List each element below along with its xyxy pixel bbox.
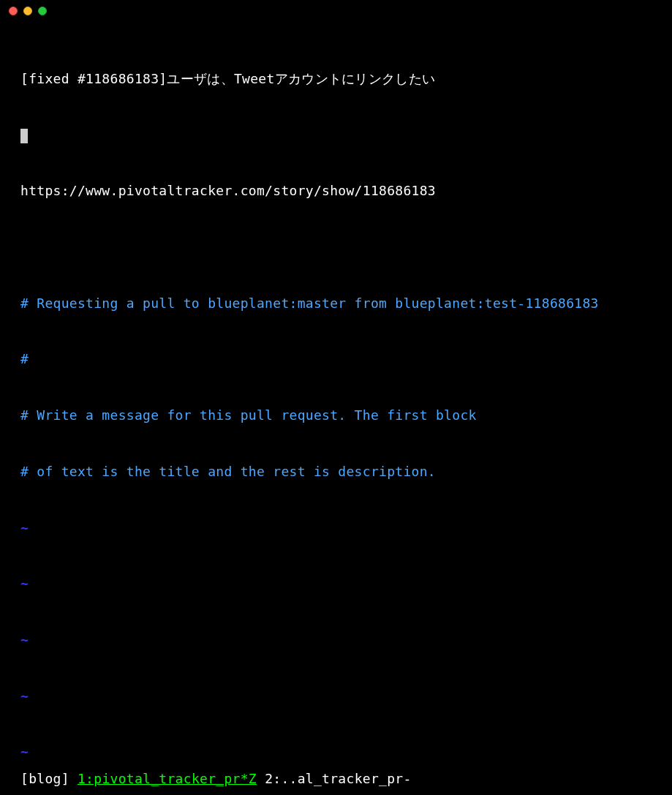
comment-line: # of text is the title and the rest is d…: [20, 462, 657, 481]
cursor-icon: [20, 129, 28, 143]
minimize-icon[interactable]: [23, 7, 32, 15]
terminal-window: [fixed #118686183]ユーザは、Tweetアカウントにリンクしたい…: [0, 0, 672, 795]
comment-line: # Write a message for this pull request.…: [20, 406, 657, 425]
close-icon[interactable]: [9, 7, 18, 15]
tab-inactive[interactable]: 2:..al_tracker_pr-: [265, 771, 411, 786]
blank-line: [20, 238, 657, 257]
comment-line: #: [20, 350, 657, 369]
maximize-icon[interactable]: [38, 7, 47, 15]
empty-line-tilde: ~: [20, 687, 657, 706]
tmux-status-bar: [blog] 1:pivotal_tracker_pr*Z 2:..al_tra…: [20, 769, 412, 788]
url-line: https://www.pivotaltracker.com/story/sho…: [20, 181, 657, 200]
editor-content[interactable]: [fixed #118686183]ユーザは、Tweetアカウントにリンクしたい…: [0, 22, 672, 795]
comment-line: # Requesting a pull to blueplanet:master…: [20, 294, 657, 313]
commit-title-line: [fixed #118686183]ユーザは、Tweetアカウントにリンクしたい: [20, 69, 657, 88]
empty-line-tilde: ~: [20, 742, 657, 761]
tab-active[interactable]: 1:pivotal_tracker_pr*Z: [78, 771, 257, 786]
empty-line-tilde: ~: [20, 630, 657, 649]
titlebar[interactable]: [0, 0, 672, 22]
session-name: [blog]: [20, 771, 69, 786]
cursor-line: [20, 126, 657, 145]
empty-line-tilde: ~: [20, 519, 657, 538]
empty-line-tilde: ~: [20, 574, 657, 593]
